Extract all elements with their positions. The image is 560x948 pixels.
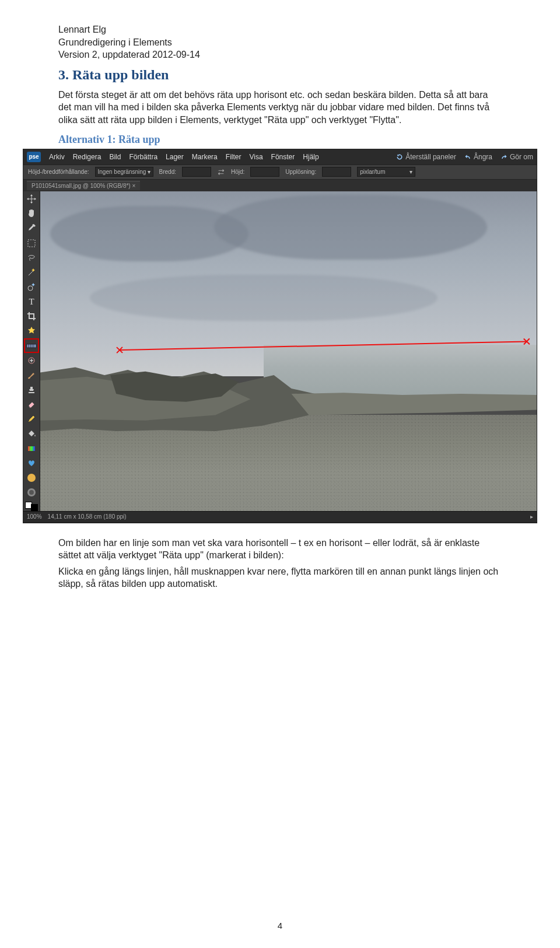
options-bar: Höjd-/breddförhållande: Ingen begränsnin… <box>23 165 537 180</box>
aspect-ratio-value: Ingen begränsning <box>98 169 146 175</box>
lasso-tool[interactable] <box>26 252 37 263</box>
resolution-unit-dropdown[interactable]: pixlar/tum ▾ <box>357 167 415 177</box>
pse-logo-icon: pse <box>27 152 41 162</box>
zoom-level[interactable]: 100% <box>27 513 42 520</box>
sponge-tool[interactable] <box>26 487 37 498</box>
eraser-tool[interactable] <box>26 399 37 410</box>
background-swatch[interactable] <box>31 504 38 511</box>
reset-panels-label: Återställ paneler <box>405 153 456 161</box>
svg-rect-0 <box>28 240 35 247</box>
redo-button[interactable]: Gör om <box>501 153 533 161</box>
reset-panels-button[interactable]: Återställ paneler <box>396 153 456 161</box>
after-paragraph-2: Klicka en gång längs linjen, håll muskna… <box>58 565 502 590</box>
line-start-x-icon <box>116 347 123 354</box>
clone-stamp-tool[interactable] <box>26 384 37 395</box>
eyedropper-tool[interactable] <box>26 223 37 234</box>
tool-palette: T <box>23 191 40 511</box>
quick-selection-tool[interactable] <box>26 281 37 292</box>
type-tool[interactable]: T <box>26 296 37 307</box>
aspect-ratio-label: Höjd-/breddförhållande: <box>28 169 89 175</box>
status-bar: 100% 14,11 cm x 10,58 cm (180 ppi) ▸ <box>23 511 537 522</box>
cookie-cutter-tool[interactable] <box>26 326 37 337</box>
resolution-label: Upplösning: <box>285 169 316 175</box>
alternative-heading: Alternativ 1: Räta upp <box>58 134 502 146</box>
pse-window: pse Arkiv Redigera Bild Förbättra Lager … <box>23 149 537 523</box>
document-tab[interactable]: P1010541small.jpg @ 100% (RGB/8*) × <box>27 181 140 190</box>
swap-icon[interactable] <box>217 168 225 176</box>
paint-bucket-tool[interactable] <box>26 428 37 439</box>
move-tool[interactable] <box>26 194 37 205</box>
straighten-tool[interactable] <box>26 340 37 351</box>
version-line: Version 2, uppdaterad 2012-09-14 <box>58 48 502 61</box>
width-input[interactable] <box>182 167 211 177</box>
width-label: Bredd: <box>159 169 176 175</box>
section-number: 3. <box>58 67 69 82</box>
section-heading: 3. Räta upp bilden <box>58 67 502 83</box>
image-canvas[interactable] <box>40 191 537 511</box>
menu-markera[interactable]: Markera <box>192 153 218 161</box>
after-paragraph-1: Om bilden har en linje som man vet ska v… <box>58 537 502 562</box>
undo-label: Ångra <box>474 153 492 161</box>
doc-header: Lennart Elg Grundredigering i Elements V… <box>58 23 502 61</box>
menu-fonster[interactable]: Fönster <box>271 153 295 161</box>
height-label: Höjd: <box>231 169 244 175</box>
menu-redigera[interactable]: Redigera <box>73 153 102 161</box>
project-bin-bar[interactable]: PROJEKTBEHÅLLARE <box>23 522 537 523</box>
height-input[interactable] <box>250 167 279 177</box>
photo-coast <box>40 191 537 511</box>
screenshot-container: pse Arkiv Redigera Bild Förbättra Lager … <box>23 149 537 523</box>
blur-tool[interactable] <box>26 472 37 483</box>
menu-lager[interactable]: Lager <box>166 153 184 161</box>
svg-point-1 <box>28 286 33 291</box>
menu-forbattra[interactable]: Förbättra <box>129 153 158 161</box>
menu-visa[interactable]: Visa <box>249 153 262 161</box>
title-line: Grundredigering i Elements <box>58 36 502 49</box>
resolution-input[interactable] <box>322 167 351 177</box>
undo-button[interactable]: Ångra <box>464 153 492 161</box>
magic-wand-tool[interactable] <box>26 267 37 278</box>
hand-tool[interactable] <box>26 208 37 219</box>
section-title: Räta upp bilden <box>72 67 169 82</box>
color-swatches[interactable] <box>25 502 38 511</box>
menu-arkiv[interactable]: Arkiv <box>49 153 65 161</box>
marquee-tool[interactable] <box>26 237 37 249</box>
brush-tool[interactable] <box>26 369 37 380</box>
pencil-tool[interactable] <box>26 414 37 425</box>
page-number: 4 <box>0 921 560 930</box>
line-end-x-icon <box>523 338 530 345</box>
smart-brush-tool[interactable] <box>26 457 37 468</box>
svg-rect-4 <box>28 446 35 451</box>
menu-hjalp[interactable]: Hjälp <box>303 153 318 161</box>
redo-label: Gör om <box>510 153 533 161</box>
document-tab-strip: P1010541small.jpg @ 100% (RGB/8*) × <box>23 180 537 191</box>
author-line: Lennart Elg <box>58 23 502 36</box>
menu-filter[interactable]: Filter <box>226 153 242 161</box>
menu-bild[interactable]: Bild <box>109 153 121 161</box>
redo-icon <box>501 153 508 160</box>
crop-tool[interactable] <box>26 311 37 322</box>
menu-bar: pse Arkiv Redigera Bild Förbättra Lager … <box>23 149 537 165</box>
gradient-tool[interactable] <box>26 443 37 454</box>
spot-heal-tool[interactable] <box>26 355 37 366</box>
svg-rect-2 <box>27 344 36 348</box>
resolution-unit-value: pixlar/tum <box>360 169 385 175</box>
intro-paragraph: Det första steget är att om det behövs r… <box>58 89 502 127</box>
refresh-icon <box>396 153 403 160</box>
document-dimensions: 14,11 cm x 10,58 cm (180 ppi) <box>48 513 127 520</box>
undo-icon <box>464 153 471 160</box>
document-page: Lennart Elg Grundredigering i Elements V… <box>0 0 560 948</box>
aspect-ratio-dropdown[interactable]: Ingen begränsning ▾ <box>95 167 153 177</box>
